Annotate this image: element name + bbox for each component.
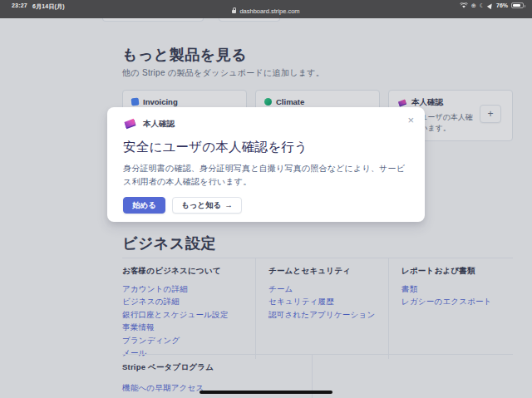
moon-icon: ☾ xyxy=(480,2,485,8)
arrow-right-icon: → xyxy=(224,201,233,209)
modal-actions: 始める もっと知る → xyxy=(123,197,409,214)
lock-icon xyxy=(232,10,236,13)
identity-icon xyxy=(123,118,137,130)
dashboard-page: もっと製品を見る 他の Stripe の製品をダッシュボードに追加します。 In… xyxy=(0,18,532,398)
battery-icon xyxy=(511,2,524,8)
close-icon[interactable]: × xyxy=(407,115,414,125)
identity-modal: 本人確認 × 安全にユーザの本人確認を行う 身分証明書の確認、身分証明写真と自撮… xyxy=(107,107,425,222)
location-icon xyxy=(487,2,494,8)
learn-more-button[interactable]: もっと知る → xyxy=(172,197,242,214)
status-right: ⊕ ☾ 76% xyxy=(460,2,524,8)
wifi-icon xyxy=(460,2,468,8)
modal-badge-label: 本人確認 xyxy=(143,119,175,130)
home-indicator[interactable] xyxy=(200,391,332,394)
modal-header: 本人確認 xyxy=(123,118,409,130)
safari-status-bar: 23:27 6月14日(月) dashboard.stripe.com ⊕ ☾ … xyxy=(0,0,532,18)
rotation-lock-icon: ⊕ xyxy=(471,2,476,8)
learn-more-label: もっと知る xyxy=(181,201,221,209)
ipad-screen: 23:27 6月14日(月) dashboard.stripe.com ⊕ ☾ … xyxy=(0,0,532,398)
battery-percent: 76% xyxy=(496,2,508,8)
modal-body-text: 身分証明書の確認、身分証明写真と自撮り写真の照合などにより、サービス利用者の本人… xyxy=(123,162,409,188)
modal-title: 安全にユーザの本人確認を行う xyxy=(123,139,409,156)
address-bar[interactable]: dashboard.stripe.com xyxy=(0,7,532,15)
start-button[interactable]: 始める xyxy=(123,197,165,214)
url-text: dashboard.stripe.com xyxy=(239,7,299,15)
